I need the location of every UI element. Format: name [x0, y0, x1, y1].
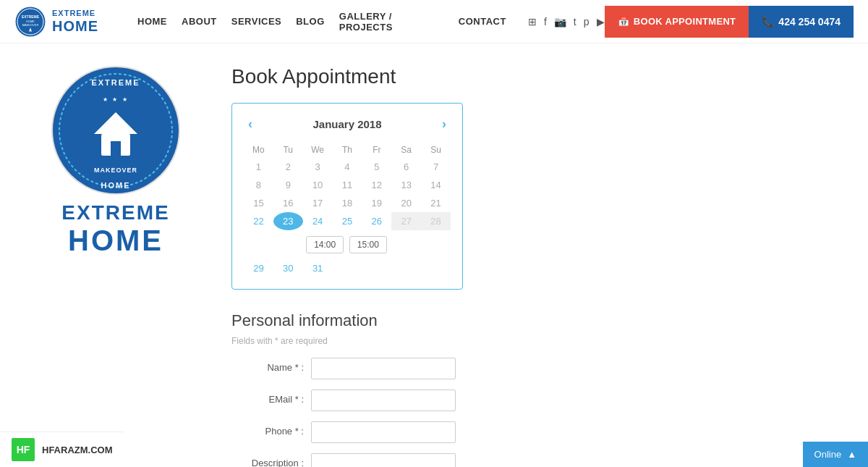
book-appointment-label: BOOK APPOINTMENT: [634, 16, 736, 27]
nav-services[interactable]: SERVICES: [231, 16, 282, 27]
svg-rect-11: [111, 141, 121, 156]
calendar-week-5: 29 30 31: [244, 259, 451, 277]
main-content: ★ ★ ★ MAKEOVER EXTREME HOME EXTREME HOME…: [0, 43, 868, 467]
cal-day[interactable]: 9: [273, 176, 303, 194]
nav-gallery[interactable]: GALLERY / PROJECTS: [339, 11, 444, 33]
cal-day[interactable]: 21: [421, 194, 451, 212]
facebook-icon[interactable]: f: [544, 16, 547, 28]
cal-day[interactable]: 24: [303, 212, 333, 230]
logo-badge-icon: EXTREME HOME MAKEOVER: [14, 6, 46, 38]
cal-day[interactable]: 4: [333, 158, 362, 176]
phone-label: Phone * :: [231, 421, 304, 437]
logo-extreme-label: EXTREME: [52, 9, 98, 17]
description-field-row: Description :: [231, 453, 738, 467]
calendar-next-button[interactable]: ›: [438, 115, 451, 133]
chevron-up-icon: ▲: [847, 449, 856, 460]
twitter-icon[interactable]: t: [574, 16, 576, 28]
cal-day[interactable]: 11: [333, 176, 362, 194]
cal-day[interactable]: 3: [303, 158, 333, 176]
cal-day[interactable]: 20: [391, 194, 421, 212]
weekday-tu: Tu: [273, 142, 303, 158]
weekday-we: We: [303, 142, 333, 158]
cal-day[interactable]: 30: [273, 259, 303, 277]
cal-day[interactable]: 1: [244, 158, 273, 176]
time-slots-cell: 14:00 15:00: [244, 230, 451, 259]
cal-day[interactable]: 22: [244, 212, 273, 230]
time-slot-1400[interactable]: 14:00: [306, 236, 344, 253]
cal-day-empty: [362, 259, 391, 277]
cal-day[interactable]: 29: [244, 259, 273, 277]
social-icons: ⊞ f 📷 t p ▶: [528, 16, 605, 28]
cal-day[interactable]: 5: [362, 158, 391, 176]
nav-home[interactable]: HOME: [137, 16, 167, 27]
time-slot-1500[interactable]: 15:00: [349, 236, 387, 253]
nav-blog[interactable]: BLOG: [296, 16, 325, 27]
page-title: Book Appointment: [231, 65, 738, 88]
svg-text:MAKEOVER: MAKEOVER: [22, 23, 39, 27]
header-actions: 📅 BOOK APPOINTMENT 📞 424 254 0474: [605, 6, 854, 38]
time-slot-row: 14:00 15:00: [244, 230, 451, 259]
cal-day-disabled: 27: [391, 212, 421, 230]
share-icon[interactable]: ⊞: [528, 16, 537, 28]
cal-day[interactable]: 25: [333, 212, 362, 230]
cal-day[interactable]: 14: [421, 176, 451, 194]
cal-day[interactable]: 12: [362, 176, 391, 194]
logo-text: EXTREME HOME: [52, 9, 98, 33]
weekday-mo: Mo: [244, 142, 273, 158]
description-textarea[interactable]: [311, 453, 456, 467]
name-input[interactable]: [311, 358, 456, 379]
cal-day[interactable]: 8: [244, 176, 273, 194]
calendar-icon: 📅: [618, 16, 629, 27]
phone-input[interactable]: [311, 421, 456, 443]
cal-day[interactable]: 16: [273, 194, 303, 212]
nav-about[interactable]: ABOUT: [182, 16, 217, 27]
phone-icon: 📞: [762, 16, 774, 28]
footer-domain: HFARAZM.COM: [42, 445, 113, 455]
phone-button[interactable]: 📞 424 254 0474: [749, 6, 854, 38]
weekday-su: Su: [421, 142, 451, 158]
cal-day-empty: [333, 259, 362, 277]
youtube-icon[interactable]: ▶: [597, 16, 605, 28]
cal-day[interactable]: 6: [391, 158, 421, 176]
sidebar-logo-badge: ★ ★ ★ MAKEOVER EXTREME HOME: [51, 65, 181, 195]
email-input[interactable]: [311, 390, 456, 411]
name-field-row: Name * :: [231, 358, 738, 379]
email-label: EMail * :: [231, 390, 304, 405]
footer-bar: HF HFARAZM.COM: [0, 432, 124, 467]
cal-day[interactable]: 18: [333, 194, 362, 212]
cal-day[interactable]: 13: [391, 176, 421, 194]
personal-info-title: Personal information: [231, 311, 738, 330]
svg-text:MAKEOVER: MAKEOVER: [94, 167, 137, 174]
calendar-prev-button[interactable]: ‹: [244, 115, 257, 133]
phone-number: 424 254 0474: [778, 16, 841, 28]
cal-day[interactable]: 31: [303, 259, 333, 277]
cal-day-empty: [421, 259, 451, 277]
nav-contact[interactable]: CONTACT: [459, 16, 506, 27]
svg-text:HOME: HOME: [101, 181, 131, 190]
hf-badge: HF: [12, 438, 35, 461]
cal-day[interactable]: 26: [362, 212, 391, 230]
sidebar-logo: ★ ★ ★ MAKEOVER EXTREME HOME EXTREME HOME: [29, 65, 203, 467]
cal-day[interactable]: 15: [244, 194, 273, 212]
calendar-grid: Mo Tu We Th Fr Sa Su 1 2 3 4: [244, 142, 451, 277]
weekday-sa: Sa: [391, 142, 421, 158]
required-note: Fields with * are required: [231, 336, 738, 346]
content-area: Book Appointment ‹ January 2018 › Mo Tu …: [231, 65, 738, 467]
svg-text:EXTREME: EXTREME: [91, 78, 140, 87]
instagram-icon[interactable]: 📷: [554, 16, 566, 28]
sidebar-brand-extreme: EXTREME: [61, 201, 169, 224]
description-label: Description :: [231, 453, 304, 467]
cal-day[interactable]: 7: [421, 158, 451, 176]
cal-day-selected[interactable]: 23: [273, 212, 303, 230]
cal-day-empty: [391, 259, 421, 277]
online-chat-button[interactable]: Online ▲: [803, 442, 868, 467]
cal-day[interactable]: 10: [303, 176, 333, 194]
book-appointment-button[interactable]: 📅 BOOK APPOINTMENT: [605, 6, 749, 38]
pinterest-icon[interactable]: p: [584, 16, 590, 28]
phone-field-row: Phone * :: [231, 421, 738, 443]
svg-text:★ ★ ★: ★ ★ ★: [103, 96, 128, 103]
cal-day[interactable]: 19: [362, 194, 391, 212]
sidebar-brand-home: HOME: [68, 224, 163, 256]
cal-day[interactable]: 2: [273, 158, 303, 176]
cal-day[interactable]: 17: [303, 194, 333, 212]
